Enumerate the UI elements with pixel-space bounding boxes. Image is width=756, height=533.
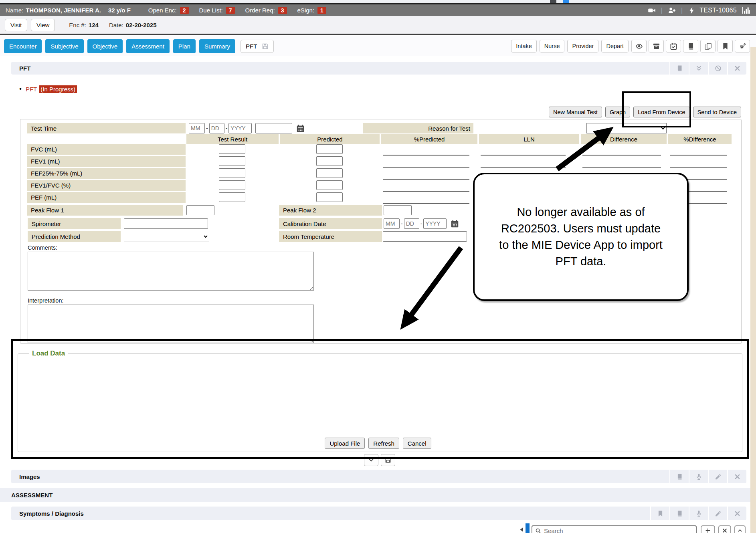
calibration-mm-input[interactable] — [384, 218, 400, 229]
tab-plan[interactable]: Plan — [173, 39, 196, 53]
peak-flow-1-input[interactable] — [186, 205, 214, 215]
blank-value-line — [383, 155, 469, 155]
order-req-badge[interactable]: 3 — [278, 7, 287, 14]
images-edit-button[interactable] — [708, 470, 727, 483]
blank-value-line — [383, 167, 469, 168]
interpretation-textarea[interactable] — [28, 305, 314, 343]
test-time-mm-input[interactable] — [189, 123, 205, 133]
pft-ban-button[interactable] — [708, 62, 727, 75]
spirometer-input[interactable] — [124, 218, 208, 229]
bookmark-icon — [657, 510, 664, 517]
pft-close-button[interactable] — [727, 62, 746, 75]
chart-book-button[interactable] — [683, 40, 698, 52]
room-temperature-input[interactable] — [383, 231, 467, 242]
save-icon[interactable] — [262, 43, 269, 50]
peak-flow-2-input[interactable] — [384, 205, 412, 215]
calendar-icon[interactable] — [451, 220, 459, 228]
search-input[interactable] — [544, 527, 693, 533]
pft-item-link[interactable]: PFT — [26, 86, 37, 93]
calibration-dd-input[interactable] — [404, 218, 419, 229]
reason-for-test-select[interactable] — [586, 123, 667, 133]
test-time-yyyy-input[interactable] — [228, 123, 252, 133]
nurse-button[interactable]: Nurse — [540, 40, 565, 52]
person-add-icon[interactable] — [667, 6, 676, 14]
pft-status-item[interactable]: • PFT (In Progress) — [19, 85, 77, 93]
esign-badge[interactable]: 1 — [317, 7, 326, 14]
esign-counter[interactable]: eSign: 1 — [297, 7, 326, 14]
intake-button[interactable]: Intake — [511, 40, 537, 52]
view-button[interactable]: View — [31, 19, 55, 31]
fev1-fvc-predicted-input[interactable] — [316, 180, 343, 190]
copy-button[interactable] — [700, 40, 716, 52]
due-list-badge[interactable]: 7 — [226, 7, 235, 14]
floppy-icon — [385, 457, 391, 463]
upload-file-button[interactable]: Upload File — [325, 438, 365, 449]
calibration-yyyy-input[interactable] — [423, 218, 447, 229]
images-book-button[interactable] — [669, 470, 689, 483]
lightning-icon[interactable] — [687, 6, 696, 14]
book-icon — [687, 42, 695, 50]
pef-predicted-input[interactable] — [316, 192, 343, 202]
eye-button[interactable] — [631, 40, 647, 52]
images-mic-button[interactable] — [689, 470, 708, 483]
fev1-predicted-input[interactable] — [316, 156, 343, 166]
enc-number-value: 124 — [89, 22, 99, 28]
symptoms-close-button[interactable] — [727, 507, 746, 520]
add-button[interactable] — [701, 525, 715, 533]
settings-button[interactable] — [735, 40, 750, 52]
symptoms-mic-button[interactable] — [689, 507, 708, 520]
collapse-section-button[interactable] — [364, 454, 378, 466]
order-req-counter[interactable]: Order Req: 3 — [245, 7, 287, 14]
test-time-time-input[interactable] — [255, 123, 292, 133]
symptoms-edit-button[interactable] — [708, 507, 727, 520]
calendar-button[interactable] — [666, 40, 681, 52]
tab-assessment[interactable]: Assessment — [126, 39, 170, 53]
archive-button[interactable] — [649, 40, 664, 52]
fev1-result-input[interactable] — [219, 156, 245, 166]
load-from-device-button[interactable]: Load From Device — [633, 107, 689, 117]
tab-pft-label: PFT — [246, 43, 257, 50]
provider-button[interactable]: Provider — [567, 40, 598, 52]
graph-button[interactable]: Graph — [605, 107, 630, 117]
depart-button[interactable]: Depart — [601, 40, 629, 52]
tab-subjective[interactable]: Subjective — [45, 39, 83, 53]
refresh-button[interactable]: Refresh — [368, 438, 399, 449]
test-time-dd-input[interactable] — [209, 123, 224, 133]
open-enc-counter[interactable]: Open Enc: 2 — [148, 7, 189, 14]
pft-collapse-button[interactable] — [689, 62, 708, 75]
due-list-counter[interactable]: Due List: 7 — [199, 7, 235, 14]
fvc-predicted-input[interactable] — [316, 144, 343, 154]
send-to-device-button[interactable]: Send to Device — [693, 107, 741, 117]
fef-result-input[interactable] — [219, 168, 245, 178]
tab-objective[interactable]: Objective — [87, 39, 123, 53]
open-enc-badge[interactable]: 2 — [180, 7, 189, 14]
symptoms-bookmark-button[interactable] — [650, 507, 669, 520]
new-manual-test-button[interactable]: New Manual Test — [549, 107, 602, 117]
symptoms-book-button[interactable] — [669, 507, 689, 520]
search-box[interactable] — [532, 525, 697, 533]
collapse-up-button[interactable] — [734, 525, 746, 533]
fev1-fvc-result-input[interactable] — [219, 180, 245, 190]
scroll-left-icon[interactable] — [519, 526, 525, 533]
tab-encounter[interactable]: Encounter — [4, 39, 42, 53]
tab-summary[interactable]: Summary — [199, 39, 235, 53]
save-section-button[interactable] — [381, 454, 395, 466]
prediction-method-select[interactable] — [124, 231, 209, 242]
fvc-result-input[interactable] — [219, 144, 245, 154]
pef-result-input[interactable] — [219, 192, 245, 202]
comments-textarea[interactable] — [28, 252, 314, 291]
chart-icon[interactable] — [742, 6, 750, 14]
bookmark-button[interactable] — [718, 40, 733, 52]
fef-predicted-input[interactable] — [316, 168, 343, 178]
pft-section-title: PFT — [11, 65, 30, 72]
calendar-icon[interactable] — [296, 124, 305, 133]
pft-action-buttons: New Manual Test Graph Load From Device S… — [549, 107, 741, 117]
images-close-button[interactable] — [727, 470, 746, 483]
visit-button[interactable]: Visit — [5, 19, 27, 31]
book-icon — [676, 510, 683, 517]
camera-icon[interactable] — [647, 6, 656, 14]
pft-book-button[interactable] — [669, 62, 689, 75]
clear-button[interactable] — [718, 525, 731, 533]
cancel-button[interactable]: Cancel — [403, 438, 431, 449]
tab-pft-active[interactable]: PFT — [241, 40, 274, 53]
